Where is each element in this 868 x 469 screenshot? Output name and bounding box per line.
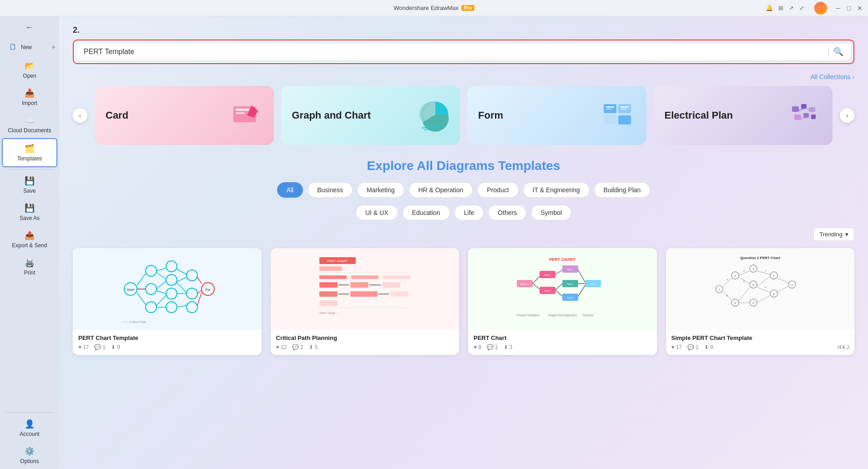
template-card-2[interactable]: PERT CHART: [271, 248, 459, 355]
svg-rect-60: [319, 272, 410, 273]
template-likes-4: ♥ 17: [671, 344, 682, 350]
likes-count-4: 17: [676, 344, 682, 350]
filter-education[interactable]: Education: [403, 205, 450, 220]
template-card-3[interactable]: PERT CHART: [468, 248, 657, 355]
comments-count-3: 1: [495, 344, 498, 350]
sort-dropdown[interactable]: Trending ▾: [813, 228, 854, 241]
filter-marketing[interactable]: Marketing: [357, 182, 404, 198]
svg-point-35: [187, 302, 197, 313]
heart-icon-2: ♥: [276, 344, 279, 350]
filter-hr[interactable]: HR & Operation: [409, 182, 473, 198]
svg-rect-6: [424, 129, 438, 130]
svg-text:5: 5: [743, 280, 745, 283]
sidebar-item-account[interactable]: 👤 Account: [0, 414, 59, 442]
next-arrow-button[interactable]: ›: [840, 108, 854, 123]
svg-text:Rapid Development: Rapid Development: [549, 314, 577, 317]
search-input[interactable]: [84, 48, 824, 56]
svg-point-29: [166, 261, 177, 272]
svg-rect-64: [319, 282, 338, 288]
category-card-card[interactable]: Card: [95, 86, 274, 145]
templates-icon: 🗂️: [25, 144, 35, 154]
svg-text:1: 1: [718, 288, 720, 291]
filter-all[interactable]: All: [277, 182, 303, 198]
sidebar-item-saveas[interactable]: 💾 Save As: [0, 199, 59, 226]
avatar[interactable]: [814, 2, 827, 15]
download-icon-2: ⬇: [309, 344, 313, 350]
explore-title: Explore All Diagrams Templates: [73, 159, 854, 173]
template-info-2: Critical Path Planning ♥ 12 💬 2 ⬇ 5: [271, 330, 459, 355]
svg-text:Sub 3: Sub 3: [567, 296, 573, 299]
svg-text:Task 1: Task 1: [544, 274, 551, 276]
close-button[interactable]: ✕: [856, 5, 863, 12]
grid-icon[interactable]: ⊞: [778, 5, 783, 11]
svg-text:Task 2: Task 2: [544, 289, 551, 292]
sidebar-item-cloud[interactable]: ☁️ Cloud Documents: [0, 111, 59, 138]
share-icon[interactable]: ↗: [789, 5, 794, 11]
notification-icon[interactable]: 🔔: [766, 5, 773, 11]
svg-line-54: [197, 293, 202, 305]
all-collections-link[interactable]: All Collections ›: [810, 73, 854, 80]
sidebar-item-new[interactable]: 🗋 New +: [0, 38, 59, 56]
svg-rect-63: [383, 275, 410, 279]
sidebar-item-save[interactable]: 💾 Save: [0, 171, 59, 199]
sidebar-item-options[interactable]: ⚙️ Options: [0, 442, 59, 469]
category-card-graph[interactable]: Graph and Chart: [281, 86, 460, 145]
filter-uiux[interactable]: UI & UX: [356, 205, 398, 220]
maximize-button[interactable]: □: [845, 5, 853, 12]
sidebar-item-import[interactable]: 📥 Import: [0, 84, 59, 111]
svg-line-86: [533, 284, 540, 289]
svg-rect-62: [351, 275, 378, 279]
svg-rect-10: [618, 115, 631, 125]
sidebar-item-back[interactable]: ←: [0, 16, 59, 38]
template-comments-1: 💬 1: [94, 344, 106, 350]
filter-business[interactable]: Business: [308, 182, 353, 198]
svg-line-92: [578, 285, 585, 296]
svg-text:Sub 2: Sub 2: [567, 283, 573, 285]
template-likes-1: ♥ 17: [78, 344, 89, 350]
template-likes-3: ♥ 8: [474, 344, 481, 350]
svg-line-126: [739, 287, 750, 301]
filter-building[interactable]: Building Plan: [594, 182, 651, 198]
filter-it[interactable]: IT & Engineering: [523, 182, 590, 198]
category-card-electrical[interactable]: Electrical Plan: [654, 86, 833, 145]
heart-icon-4: ♥: [671, 344, 675, 350]
svg-rect-1: [236, 109, 249, 111]
minimize-button[interactable]: ─: [834, 5, 842, 12]
filter-product[interactable]: Product: [477, 182, 518, 198]
svg-rect-73: [390, 291, 409, 297]
filter-others[interactable]: Others: [488, 205, 526, 220]
sort-row: Trending ▾: [73, 228, 854, 241]
category-card-form[interactable]: Form: [467, 86, 646, 145]
heart-icon: ♥: [78, 344, 81, 350]
search-bar: 🔍: [76, 43, 851, 60]
svg-rect-13: [621, 106, 629, 108]
graph-category-icon: [413, 97, 449, 134]
svg-text:3: 3: [734, 302, 736, 304]
expand-icon[interactable]: ⤢: [799, 5, 804, 11]
search-button[interactable]: 🔍: [833, 47, 843, 57]
template-card-4[interactable]: Question 2 PERT Chart 1 2 3 4 5 6: [666, 248, 855, 355]
back-icon: ←: [25, 22, 34, 32]
sidebar-item-print[interactable]: 🖨️ Print: [0, 253, 59, 280]
sidebar-item-export[interactable]: 📤 Export & Send: [0, 226, 59, 253]
form-category-icon: [599, 97, 636, 134]
likes-count-3: 8: [478, 344, 481, 350]
filter-symbol[interactable]: Symbol: [531, 205, 571, 220]
svg-text:2: 2: [765, 269, 766, 272]
download-icon-4: ⬇: [704, 344, 709, 350]
search-container: 🔍: [73, 40, 854, 64]
prev-arrow-button[interactable]: ‹: [73, 108, 87, 123]
sidebar-item-templates[interactable]: 🗂️ Templates: [2, 138, 57, 167]
template-card-1[interactable]: Start Fin: [73, 248, 262, 355]
svg-point-30: [166, 274, 177, 285]
filter-life[interactable]: Life: [454, 205, 484, 220]
filter-pills: All Business Marketing HR & Operation Pr…: [73, 182, 854, 198]
svg-point-28: [146, 302, 156, 313]
explore-prefix: Explore: [367, 159, 414, 173]
comment-icon-4: 💬: [687, 344, 694, 350]
download-icon-3: ⬇: [504, 344, 508, 350]
saveas-icon: 💾: [25, 203, 35, 213]
comments-count-4: 1: [696, 344, 699, 350]
svg-line-45: [156, 295, 166, 305]
sidebar-item-open[interactable]: 📂 Open: [0, 56, 59, 84]
